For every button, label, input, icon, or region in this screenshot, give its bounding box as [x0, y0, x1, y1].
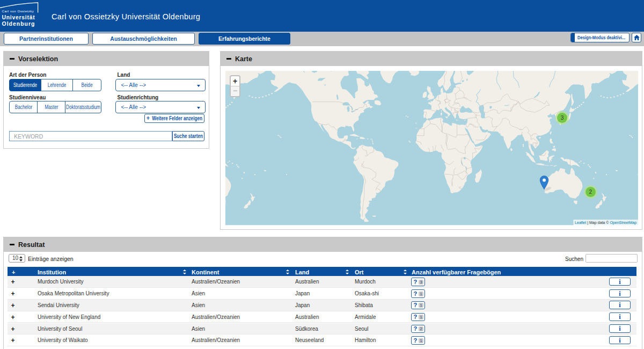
- svg-text:Oldenburg: Oldenburg: [2, 21, 35, 27]
- svg-text:Universität: Universität: [2, 14, 35, 20]
- svg-text:Carl von Ossietzky: Carl von Ossietzky: [2, 10, 34, 13]
